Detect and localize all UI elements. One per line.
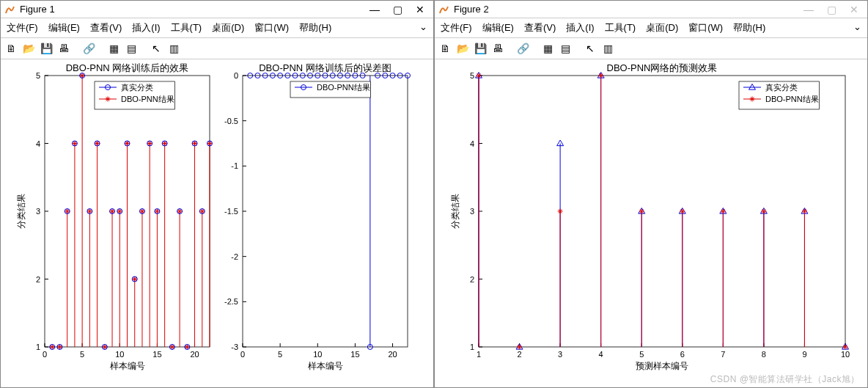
menu-help[interactable]: 帮助(H): [733, 21, 765, 34]
menu-window[interactable]: 窗口(W): [688, 21, 723, 34]
figure1-titlebar[interactable]: Figure 1 — ▢ ✕: [1, 1, 433, 18]
svg-text:预测样本编号: 预测样本编号: [636, 361, 688, 371]
figure2-title: Figure 2: [454, 4, 803, 15]
svg-text:10: 10: [313, 350, 322, 359]
menu-view[interactable]: 查看(V): [90, 21, 122, 34]
svg-text:-1: -1: [231, 161, 238, 170]
pointer-icon[interactable]: ↖: [149, 41, 163, 56]
svg-text:-2: -2: [231, 252, 238, 261]
maximize-button[interactable]: ▢: [827, 4, 836, 15]
menu-insert[interactable]: 插入(I): [132, 21, 160, 34]
svg-text:-1.5: -1.5: [224, 207, 238, 216]
menu-insert[interactable]: 插入(I): [566, 21, 594, 34]
figure1-menubar: 文件(F) 编辑(E) 查看(V) 插入(I) 工具(T) 桌面(D) 窗口(W…: [1, 18, 433, 38]
menu-desktop[interactable]: 桌面(D): [212, 21, 244, 34]
svg-text:10: 10: [115, 350, 124, 359]
svg-text:5: 5: [470, 71, 474, 80]
matlab-icon: [438, 4, 449, 15]
svg-text:分类结果: 分类结果: [16, 194, 26, 229]
svg-text:1: 1: [470, 343, 474, 351]
minimize-button[interactable]: —: [803, 4, 814, 15]
figure2-plotarea: 1234567891012345DBO-PNN网络的预测效果预测样本编号分类结果…: [435, 59, 867, 387]
close-button[interactable]: ✕: [416, 4, 424, 15]
menu-edit[interactable]: 编辑(E): [482, 21, 514, 34]
svg-text:15: 15: [350, 350, 359, 359]
svg-text:7: 7: [721, 350, 725, 359]
panel-icon[interactable]: ▥: [166, 41, 181, 56]
menu-dropdown-icon[interactable]: ⌄: [419, 21, 427, 34]
svg-text:分类结果: 分类结果: [450, 194, 460, 229]
svg-text:样本编号: 样本编号: [308, 361, 343, 371]
matlab-icon: [4, 4, 15, 15]
link-icon[interactable]: 🔗: [515, 41, 530, 56]
color-icon[interactable]: ▦: [106, 41, 121, 56]
save-icon[interactable]: 💾: [473, 41, 488, 56]
svg-text:样本编号: 样本编号: [110, 361, 145, 371]
menu-dropdown-icon[interactable]: ⌄: [853, 21, 861, 34]
figure2-window: Figure 2 — ▢ ✕ 文件(F) 编辑(E) 查看(V) 插入(I) 工…: [434, 0, 868, 388]
print-icon[interactable]: 🖶: [56, 41, 71, 56]
svg-text:1: 1: [36, 343, 40, 351]
svg-text:20: 20: [190, 350, 199, 359]
menu-help[interactable]: 帮助(H): [299, 21, 331, 34]
print-icon[interactable]: 🖶: [490, 41, 505, 56]
svg-text:4: 4: [470, 139, 474, 148]
svg-text:5: 5: [278, 350, 282, 359]
svg-text:2: 2: [470, 275, 474, 284]
svg-text:6: 6: [680, 350, 685, 359]
color-icon[interactable]: ▦: [540, 41, 555, 56]
svg-text:3: 3: [558, 350, 562, 359]
svg-rect-166: [243, 76, 408, 347]
legend-icon[interactable]: ▤: [558, 41, 573, 56]
open-icon[interactable]: 📂: [21, 41, 36, 56]
watermark-text: CSDN @智能算法研学社（Jack旭）: [710, 373, 860, 386]
figure1-plotarea: 0510152012345DBO-PNN 网络训练后的效果样本编号分类结果真实分…: [1, 59, 433, 387]
link-icon[interactable]: 🔗: [81, 41, 96, 56]
menu-edit[interactable]: 编辑(E): [48, 21, 80, 34]
svg-text:2: 2: [36, 275, 40, 284]
new-icon[interactable]: 🗎: [4, 41, 18, 56]
menu-file[interactable]: 文件(F): [441, 21, 472, 34]
figure2-menubar: 文件(F) 编辑(E) 查看(V) 插入(I) 工具(T) 桌面(D) 窗口(W…: [435, 18, 867, 38]
figure1-toolbar: 🗎 📂 💾 🖶 🔗 ▦ ▤ ↖ ▥: [1, 38, 433, 59]
svg-text:5: 5: [639, 350, 644, 359]
menu-file[interactable]: 文件(F): [7, 21, 38, 34]
open-icon[interactable]: 📂: [455, 41, 470, 56]
menu-tools[interactable]: 工具(T): [171, 21, 202, 34]
svg-text:0: 0: [240, 350, 245, 359]
svg-text:4: 4: [36, 139, 40, 148]
menu-window[interactable]: 窗口(W): [254, 21, 289, 34]
svg-text:DBO-PNN结果: DBO-PNN结果: [317, 83, 370, 92]
svg-text:5: 5: [80, 350, 84, 359]
svg-rect-241: [479, 76, 845, 347]
svg-text:15: 15: [152, 350, 161, 359]
svg-text:4: 4: [599, 350, 603, 359]
menu-view[interactable]: 查看(V): [524, 21, 556, 34]
svg-text:9: 9: [802, 350, 806, 359]
figure2-toolbar: 🗎 📂 💾 🖶 🔗 ▦ ▤ ↖ ▥: [435, 38, 867, 59]
svg-text:10: 10: [841, 350, 850, 359]
legend-icon[interactable]: ▤: [124, 41, 139, 56]
menu-tools[interactable]: 工具(T): [605, 21, 636, 34]
svg-text:8: 8: [762, 350, 766, 359]
panel-icon[interactable]: ▥: [600, 41, 615, 56]
figure2-titlebar[interactable]: Figure 2 — ▢ ✕: [435, 1, 867, 18]
svg-text:-0.5: -0.5: [224, 117, 238, 125]
figure1-title: Figure 1: [20, 4, 369, 15]
menu-desktop[interactable]: 桌面(D): [646, 21, 678, 34]
svg-text:DBO-PNN结果: DBO-PNN结果: [765, 95, 819, 103]
svg-text:0: 0: [234, 71, 238, 80]
svg-text:1: 1: [477, 350, 481, 359]
svg-text:5: 5: [36, 71, 40, 80]
minimize-button[interactable]: —: [369, 4, 380, 15]
pointer-icon[interactable]: ↖: [583, 41, 597, 56]
svg-text:-2.5: -2.5: [224, 297, 238, 306]
svg-text:真实分类: 真实分类: [121, 83, 153, 92]
svg-text:2: 2: [517, 350, 521, 359]
maximize-button[interactable]: ▢: [393, 4, 402, 15]
svg-text:DBO-PNN 网络训练后的误差图: DBO-PNN 网络训练后的误差图: [259, 62, 391, 73]
save-icon[interactable]: 💾: [39, 41, 54, 56]
svg-text:DBO-PNN结果: DBO-PNN结果: [121, 95, 174, 103]
close-button[interactable]: ✕: [850, 4, 858, 15]
new-icon[interactable]: 🗎: [438, 41, 452, 56]
